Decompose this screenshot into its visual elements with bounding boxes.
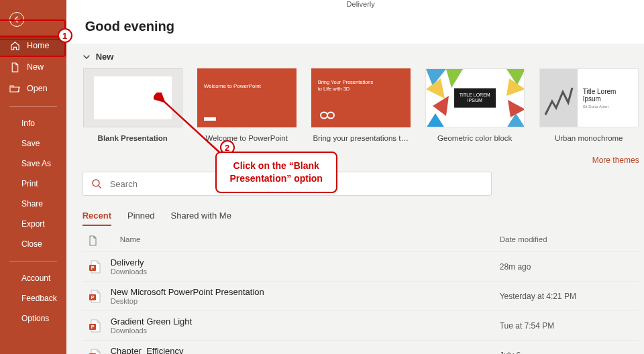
file-name: Gradient Green Light [111,316,500,327]
file-name: Deliverly [111,257,500,268]
svg-marker-1 [446,69,463,88]
nav-account[interactable]: Account [0,268,66,288]
file-icon [9,62,20,72]
column-name: Name [97,235,500,246]
template-thumbnail [83,68,182,127]
svg-text:P: P [91,324,94,329]
nav-export[interactable]: Export [0,214,66,234]
main-area: Deliverly Good evening New Blank Present… [66,0,644,354]
file-date: Yesterday at 4:21 PM [500,292,634,301]
powerpoint-file-icon: P [88,348,101,355]
document-title: Deliverly [347,0,375,8]
annotation-callout: Click on the “Blank Presentation” option [215,152,337,193]
nav-print[interactable]: Print [0,174,66,194]
file-location: Downloads [111,327,500,335]
nav-open[interactable]: Open [0,78,66,99]
file-name: Chapter_Efficiency [111,346,500,354]
tab-shared[interactable]: Shared with Me [171,211,231,226]
arrow-left-icon [13,15,21,23]
template-label: Geometric color block [437,134,512,142]
template-thumbnail: Bring Your Presentations to Life with 3D [311,68,411,127]
file-icon [88,235,97,246]
template-blank-presentation[interactable]: Blank Presentation [83,68,183,142]
file-date: Tue at 7:54 PM [500,321,634,331]
nav-feedback[interactable]: Feedback [0,288,66,308]
file-location: Downloads [111,268,500,276]
divider [9,106,57,107]
template-urban-monochrome[interactable]: Title Lorem Ipsum Sit Dolor Amet Urban m… [539,68,639,142]
template-thumbnail: Welcome to PowerPoint [197,68,297,127]
template-label: Bring your presentations t… [313,134,409,142]
chevron-down-icon [83,53,91,61]
nav-options[interactable]: Options [0,308,66,329]
template-welcome[interactable]: Welcome to PowerPoint Welcome to PowerPo… [197,68,297,142]
template-label: Welcome to PowerPoint [205,134,288,142]
search-icon [91,178,102,189]
nav-new-label: New [27,62,44,72]
title-strip: Deliverly [66,0,644,13]
svg-text:P: P [91,295,94,300]
folder-open-icon [9,83,20,94]
file-location: Desktop [111,297,500,305]
nav-open-label: Open [27,84,48,93]
nav-new[interactable]: New [0,56,66,78]
template-thumbnail: Title Lorem Ipsum Sit Dolor Amet [539,68,639,127]
greeting-heading: Good evening [85,19,637,34]
new-section-header[interactable]: New [83,45,639,66]
home-icon [9,40,20,51]
file-date: July 6 [500,351,634,355]
column-date: Date modified [500,235,634,246]
tab-recent[interactable]: Recent [83,211,111,226]
powerpoint-file-icon: P [88,289,101,304]
svg-point-9 [93,180,99,186]
nav-home-label: Home [27,41,49,50]
svg-marker-4 [426,113,445,127]
template-geometric[interactable]: TITLE LOREMIPSUM Geometric color block [425,68,525,142]
template-3d[interactable]: Bring Your Presentations to Life with 3D… [311,68,411,142]
file-row[interactable]: PDeliverlyDownloads28m ago [83,251,639,281]
svg-marker-3 [433,96,449,116]
more-themes-link[interactable]: More themes [592,156,639,165]
back-button[interactable] [9,12,24,27]
annotation-step-1: 1 [58,28,72,43]
nav-close[interactable]: Close [0,234,66,254]
new-section-title: New [96,52,114,62]
powerpoint-file-icon: P [88,318,101,333]
divider [9,261,57,261]
file-date: 28m ago [500,262,634,272]
nav-save[interactable]: Save [0,133,66,154]
file-row[interactable]: PGradient Green LightDownloadsTue at 7:5… [83,310,639,340]
nav-home[interactable]: Home [0,35,66,56]
templates-row: Blank Presentation Welcome to PowerPoint… [83,66,639,152]
file-name: New Microsoft PowerPoint Presentation [111,287,500,297]
tab-pinned[interactable]: Pinned [127,211,154,226]
svg-text:P: P [91,266,94,270]
file-row[interactable]: PNew Microsoft PowerPoint PresentationDe… [83,281,639,310]
svg-marker-8 [506,113,525,127]
template-thumbnail: TITLE LOREMIPSUM [425,68,525,127]
template-label: Blank Presentation [98,134,168,142]
nav-share[interactable]: Share [0,194,66,214]
backstage-sidebar: Home New Open Info Save Save As Print Sh… [0,0,66,354]
recent-tabs: Recent Pinned Shared with Me [83,211,639,226]
powerpoint-file-icon: P [88,259,101,274]
svg-line-10 [99,186,101,188]
file-list-header: Name Date modified [83,226,639,251]
file-row[interactable]: PChapter_EfficiencyDownloadsJuly 6 [83,340,639,354]
nav-save-as[interactable]: Save As [0,154,66,174]
nav-info[interactable]: Info [0,113,66,133]
template-label: Urban monochrome [555,134,623,142]
